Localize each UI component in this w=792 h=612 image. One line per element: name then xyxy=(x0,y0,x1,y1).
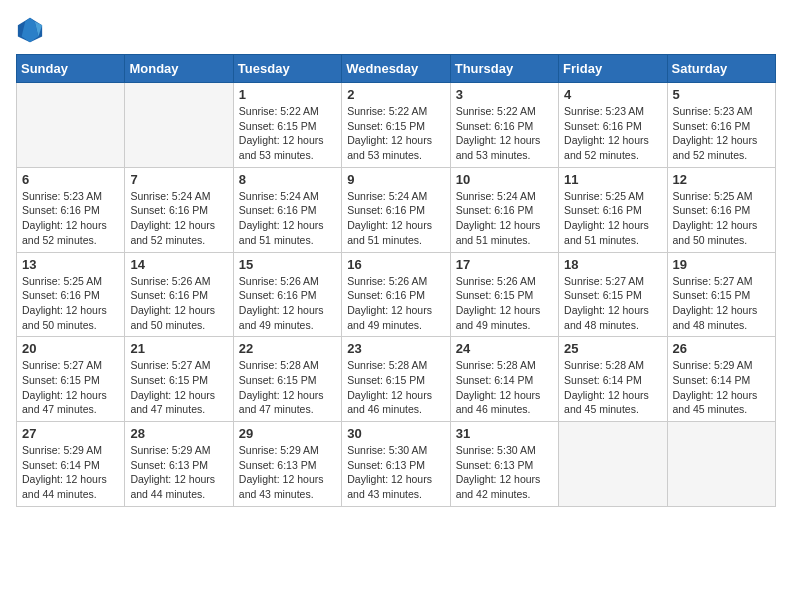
calendar: SundayMondayTuesdayWednesdayThursdayFrid… xyxy=(16,54,776,507)
day-info: Sunrise: 5:27 AM Sunset: 6:15 PM Dayligh… xyxy=(673,274,770,333)
day-info: Sunrise: 5:28 AM Sunset: 6:14 PM Dayligh… xyxy=(456,358,553,417)
day-number: 5 xyxy=(673,87,770,102)
day-number: 19 xyxy=(673,257,770,272)
calendar-day-cell: 3Sunrise: 5:22 AM Sunset: 6:16 PM Daylig… xyxy=(450,83,558,168)
calendar-day-cell: 10Sunrise: 5:24 AM Sunset: 6:16 PM Dayli… xyxy=(450,167,558,252)
day-number: 31 xyxy=(456,426,553,441)
calendar-day-cell: 26Sunrise: 5:29 AM Sunset: 6:14 PM Dayli… xyxy=(667,337,775,422)
calendar-day-cell: 8Sunrise: 5:24 AM Sunset: 6:16 PM Daylig… xyxy=(233,167,341,252)
calendar-week-row: 6Sunrise: 5:23 AM Sunset: 6:16 PM Daylig… xyxy=(17,167,776,252)
calendar-day-cell: 6Sunrise: 5:23 AM Sunset: 6:16 PM Daylig… xyxy=(17,167,125,252)
calendar-day-cell: 1Sunrise: 5:22 AM Sunset: 6:15 PM Daylig… xyxy=(233,83,341,168)
day-number: 2 xyxy=(347,87,444,102)
day-of-week-header: Wednesday xyxy=(342,55,450,83)
day-info: Sunrise: 5:26 AM Sunset: 6:16 PM Dayligh… xyxy=(130,274,227,333)
day-number: 10 xyxy=(456,172,553,187)
day-info: Sunrise: 5:25 AM Sunset: 6:16 PM Dayligh… xyxy=(673,189,770,248)
day-info: Sunrise: 5:28 AM Sunset: 6:15 PM Dayligh… xyxy=(239,358,336,417)
day-info: Sunrise: 5:25 AM Sunset: 6:16 PM Dayligh… xyxy=(564,189,661,248)
calendar-day-cell xyxy=(667,422,775,507)
day-info: Sunrise: 5:24 AM Sunset: 6:16 PM Dayligh… xyxy=(456,189,553,248)
day-number: 27 xyxy=(22,426,119,441)
calendar-day-cell: 30Sunrise: 5:30 AM Sunset: 6:13 PM Dayli… xyxy=(342,422,450,507)
day-number: 23 xyxy=(347,341,444,356)
day-number: 13 xyxy=(22,257,119,272)
day-number: 9 xyxy=(347,172,444,187)
calendar-day-cell: 14Sunrise: 5:26 AM Sunset: 6:16 PM Dayli… xyxy=(125,252,233,337)
calendar-day-cell: 9Sunrise: 5:24 AM Sunset: 6:16 PM Daylig… xyxy=(342,167,450,252)
calendar-week-row: 1Sunrise: 5:22 AM Sunset: 6:15 PM Daylig… xyxy=(17,83,776,168)
calendar-day-cell: 5Sunrise: 5:23 AM Sunset: 6:16 PM Daylig… xyxy=(667,83,775,168)
page-header xyxy=(16,16,776,44)
day-of-week-header: Friday xyxy=(559,55,667,83)
day-number: 8 xyxy=(239,172,336,187)
day-number: 25 xyxy=(564,341,661,356)
calendar-day-cell: 28Sunrise: 5:29 AM Sunset: 6:13 PM Dayli… xyxy=(125,422,233,507)
calendar-day-cell: 18Sunrise: 5:27 AM Sunset: 6:15 PM Dayli… xyxy=(559,252,667,337)
calendar-day-cell xyxy=(125,83,233,168)
calendar-header-row: SundayMondayTuesdayWednesdayThursdayFrid… xyxy=(17,55,776,83)
day-info: Sunrise: 5:22 AM Sunset: 6:16 PM Dayligh… xyxy=(456,104,553,163)
day-number: 26 xyxy=(673,341,770,356)
day-info: Sunrise: 5:23 AM Sunset: 6:16 PM Dayligh… xyxy=(564,104,661,163)
day-info: Sunrise: 5:26 AM Sunset: 6:16 PM Dayligh… xyxy=(347,274,444,333)
day-info: Sunrise: 5:26 AM Sunset: 6:16 PM Dayligh… xyxy=(239,274,336,333)
day-info: Sunrise: 5:23 AM Sunset: 6:16 PM Dayligh… xyxy=(673,104,770,163)
day-info: Sunrise: 5:22 AM Sunset: 6:15 PM Dayligh… xyxy=(239,104,336,163)
calendar-day-cell: 21Sunrise: 5:27 AM Sunset: 6:15 PM Dayli… xyxy=(125,337,233,422)
day-number: 24 xyxy=(456,341,553,356)
day-info: Sunrise: 5:29 AM Sunset: 6:14 PM Dayligh… xyxy=(22,443,119,502)
calendar-day-cell: 11Sunrise: 5:25 AM Sunset: 6:16 PM Dayli… xyxy=(559,167,667,252)
calendar-day-cell: 25Sunrise: 5:28 AM Sunset: 6:14 PM Dayli… xyxy=(559,337,667,422)
day-info: Sunrise: 5:24 AM Sunset: 6:16 PM Dayligh… xyxy=(130,189,227,248)
calendar-day-cell: 7Sunrise: 5:24 AM Sunset: 6:16 PM Daylig… xyxy=(125,167,233,252)
logo-icon xyxy=(16,16,44,44)
day-info: Sunrise: 5:26 AM Sunset: 6:15 PM Dayligh… xyxy=(456,274,553,333)
calendar-day-cell: 23Sunrise: 5:28 AM Sunset: 6:15 PM Dayli… xyxy=(342,337,450,422)
calendar-day-cell: 27Sunrise: 5:29 AM Sunset: 6:14 PM Dayli… xyxy=(17,422,125,507)
day-number: 4 xyxy=(564,87,661,102)
day-of-week-header: Sunday xyxy=(17,55,125,83)
day-of-week-header: Saturday xyxy=(667,55,775,83)
day-info: Sunrise: 5:28 AM Sunset: 6:14 PM Dayligh… xyxy=(564,358,661,417)
day-info: Sunrise: 5:24 AM Sunset: 6:16 PM Dayligh… xyxy=(239,189,336,248)
day-number: 6 xyxy=(22,172,119,187)
day-number: 15 xyxy=(239,257,336,272)
day-info: Sunrise: 5:27 AM Sunset: 6:15 PM Dayligh… xyxy=(564,274,661,333)
day-of-week-header: Monday xyxy=(125,55,233,83)
day-number: 14 xyxy=(130,257,227,272)
calendar-day-cell: 17Sunrise: 5:26 AM Sunset: 6:15 PM Dayli… xyxy=(450,252,558,337)
calendar-day-cell: 16Sunrise: 5:26 AM Sunset: 6:16 PM Dayli… xyxy=(342,252,450,337)
calendar-day-cell: 15Sunrise: 5:26 AM Sunset: 6:16 PM Dayli… xyxy=(233,252,341,337)
calendar-day-cell: 29Sunrise: 5:29 AM Sunset: 6:13 PM Dayli… xyxy=(233,422,341,507)
calendar-day-cell: 24Sunrise: 5:28 AM Sunset: 6:14 PM Dayli… xyxy=(450,337,558,422)
day-number: 12 xyxy=(673,172,770,187)
day-info: Sunrise: 5:22 AM Sunset: 6:15 PM Dayligh… xyxy=(347,104,444,163)
day-info: Sunrise: 5:30 AM Sunset: 6:13 PM Dayligh… xyxy=(456,443,553,502)
day-info: Sunrise: 5:25 AM Sunset: 6:16 PM Dayligh… xyxy=(22,274,119,333)
day-number: 16 xyxy=(347,257,444,272)
day-number: 28 xyxy=(130,426,227,441)
calendar-day-cell: 31Sunrise: 5:30 AM Sunset: 6:13 PM Dayli… xyxy=(450,422,558,507)
day-number: 3 xyxy=(456,87,553,102)
day-number: 29 xyxy=(239,426,336,441)
calendar-day-cell xyxy=(17,83,125,168)
day-number: 21 xyxy=(130,341,227,356)
calendar-day-cell: 22Sunrise: 5:28 AM Sunset: 6:15 PM Dayli… xyxy=(233,337,341,422)
day-number: 7 xyxy=(130,172,227,187)
day-of-week-header: Tuesday xyxy=(233,55,341,83)
calendar-day-cell: 12Sunrise: 5:25 AM Sunset: 6:16 PM Dayli… xyxy=(667,167,775,252)
day-info: Sunrise: 5:30 AM Sunset: 6:13 PM Dayligh… xyxy=(347,443,444,502)
day-of-week-header: Thursday xyxy=(450,55,558,83)
day-number: 17 xyxy=(456,257,553,272)
day-info: Sunrise: 5:28 AM Sunset: 6:15 PM Dayligh… xyxy=(347,358,444,417)
day-number: 11 xyxy=(564,172,661,187)
calendar-day-cell xyxy=(559,422,667,507)
day-info: Sunrise: 5:29 AM Sunset: 6:13 PM Dayligh… xyxy=(239,443,336,502)
calendar-day-cell: 4Sunrise: 5:23 AM Sunset: 6:16 PM Daylig… xyxy=(559,83,667,168)
logo xyxy=(16,16,50,44)
calendar-week-row: 20Sunrise: 5:27 AM Sunset: 6:15 PM Dayli… xyxy=(17,337,776,422)
day-number: 18 xyxy=(564,257,661,272)
calendar-week-row: 13Sunrise: 5:25 AM Sunset: 6:16 PM Dayli… xyxy=(17,252,776,337)
day-number: 30 xyxy=(347,426,444,441)
